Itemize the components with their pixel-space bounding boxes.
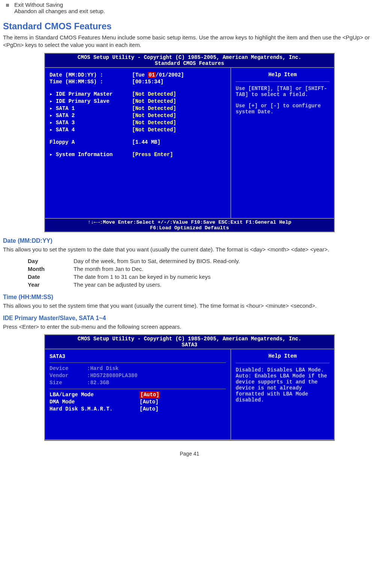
bios1-date-value[interactable]: [Tue 01/01/2002] bbox=[132, 72, 184, 79]
bios2-info-row: Size:82.3GB bbox=[50, 379, 226, 386]
bios1-floppy-label: Floppy A bbox=[50, 139, 132, 146]
bios1-help-pane: Help Item Use [ENTER], [TAB] or [SHIFT-T… bbox=[230, 68, 334, 218]
bios2-setting-row[interactable]: DMA Mode[Auto] bbox=[50, 399, 226, 406]
intro-para: The items in Standard CMOS Features Menu… bbox=[3, 34, 376, 49]
bios1-footer: ↑↓←→:Move Enter:Select +/-/:Value F10:Sa… bbox=[45, 219, 334, 232]
bullet-icon bbox=[6, 4, 9, 7]
ide-para: Press <Enter> to enter the sub-menu and … bbox=[3, 323, 376, 331]
bios1-sysinfo-label[interactable]: ▸ System Information bbox=[50, 151, 132, 158]
bios2-help-text: Disabled: Disables LBA Mode. Auto: Enabl… bbox=[236, 367, 329, 403]
bios2-help-title: Help Item bbox=[236, 353, 329, 359]
bios2-info-row: Vendor:HDS728080PLA380 bbox=[50, 372, 226, 379]
bios2-help-pane: Help Item Disabled: Disables LBA Mode. A… bbox=[230, 349, 334, 439]
bullet-desc: Abandon all changes and exit setup. bbox=[14, 8, 105, 14]
bios1-drive-row[interactable]: ▸ IDE Primary Slave[Not Detected] bbox=[50, 98, 226, 105]
bios2-top: CMOS Setup Utility - Copyright (C) 1985-… bbox=[78, 336, 302, 342]
bios-screenshot-2: CMOS Setup Utility - Copyright (C) 1985-… bbox=[44, 334, 335, 441]
bullet-exit-without-saving: Exit Without Saving Abandon all changes … bbox=[3, 2, 376, 14]
date-field-row: MonthThe month from Jan to Dec. bbox=[26, 265, 242, 273]
bios2-left-title: SATA3 bbox=[50, 353, 132, 360]
heading-ide: IDE Primary Master/Slave, SATA 1~4 bbox=[3, 315, 376, 322]
bios1-drive-row[interactable]: ▸ SATA 1[Not Detected] bbox=[50, 105, 226, 112]
bios1-titlebar: CMOS Setup Utility - Copyright (C) 1985-… bbox=[45, 54, 334, 67]
bios1-left-pane: Date (MM:DD:YY) : [Tue 01/01/2002] Time … bbox=[45, 68, 230, 218]
date-field-row: YearThe year can be adjusted by users. bbox=[26, 281, 242, 289]
heading-standard-cmos: Standard CMOS Features bbox=[3, 21, 376, 32]
bullet-body: Exit Without Saving Abandon all changes … bbox=[14, 2, 376, 14]
bios1-drive-row[interactable]: ▸ SATA 4[Not Detected] bbox=[50, 126, 226, 134]
date-field-row: DateThe date from 1 to 31 can be keyed i… bbox=[26, 273, 242, 281]
bios2-subtitle: SATA3 bbox=[182, 342, 197, 348]
date-field-row: DayDay of the week, from Sun to Sat, det… bbox=[26, 257, 242, 265]
bios1-time-label: Time (HH:MM:SS) : bbox=[50, 78, 132, 86]
bios1-date-label: Date (MM:DD:YY) : bbox=[50, 72, 132, 79]
bios1-drive-row[interactable]: ▸ SATA 2[Not Detected] bbox=[50, 112, 226, 119]
bios1-drive-row[interactable]: ▸ SATA 3[Not Detected] bbox=[50, 119, 226, 126]
bios2-titlebar: CMOS Setup Utility - Copyright (C) 1985-… bbox=[45, 335, 334, 349]
bios1-help-title: Help Item bbox=[236, 72, 329, 78]
bios2-left-pane: SATA3 Device:Hard DiskVendor:HDS728080PL… bbox=[45, 349, 230, 439]
time-para: This allows you to set the system time t… bbox=[3, 302, 376, 310]
bios-screenshot-1: CMOS Setup Utility - Copyright (C) 1985-… bbox=[44, 53, 335, 232]
bios1-help2: Use [+] or [-] to configure system Date. bbox=[236, 103, 329, 115]
heading-date: Date (MM:DD:YY) bbox=[3, 238, 376, 244]
heading-time: Time (HH:MM:SS) bbox=[3, 294, 376, 301]
bios2-info-row: Device:Hard Disk bbox=[50, 365, 226, 372]
bullet-title: Exit Without Saving bbox=[14, 2, 63, 8]
bios1-sysinfo-value[interactable]: [Press Enter] bbox=[132, 151, 173, 158]
bios1-top: CMOS Setup Utility - Copyright (C) 1985-… bbox=[78, 54, 302, 60]
bios2-setting-row[interactable]: Hard Disk S.M.A.R.T.[Auto] bbox=[50, 406, 226, 413]
page-number: Page 41 bbox=[3, 451, 376, 457]
bios1-subtitle: Standard CMOS Features bbox=[155, 60, 224, 66]
bios1-floppy-value[interactable]: [1.44 MB] bbox=[132, 139, 161, 146]
date-fields-table: DayDay of the week, from Sun to Sat, det… bbox=[26, 257, 242, 289]
bios1-help1: Use [ENTER], [TAB] or [SHIFT-TAB] to sel… bbox=[236, 86, 329, 98]
bios1-drive-row[interactable]: ▸ IDE Primary Master[Not Detected] bbox=[50, 91, 226, 98]
bios2-setting-row[interactable]: LBA/Large Mode[Auto] bbox=[50, 391, 226, 399]
bios1-time-value[interactable]: [00:15:34] bbox=[132, 78, 164, 86]
date-para: This allows you to set the system to the… bbox=[3, 246, 376, 253]
